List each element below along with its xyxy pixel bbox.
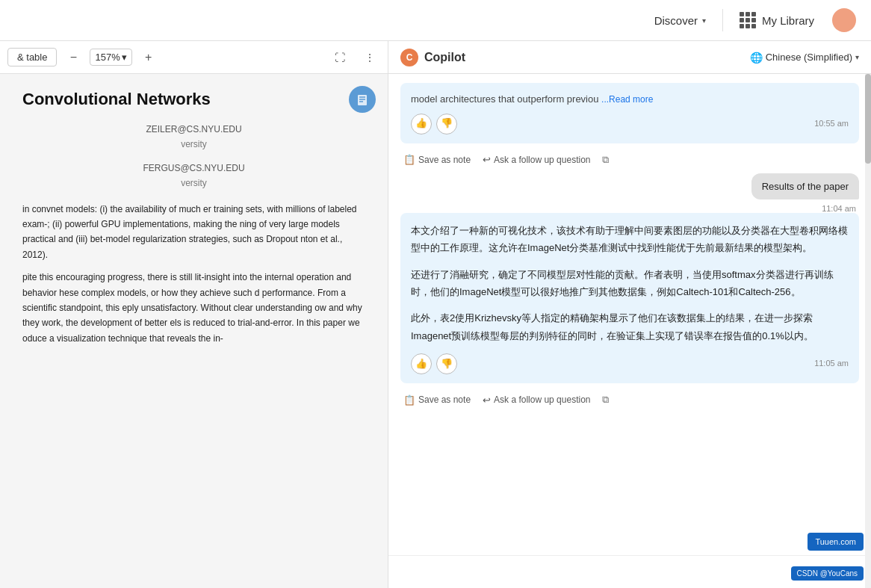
- pdf-paragraph-1: in convnet models: (i) the availability …: [22, 202, 365, 263]
- my-library-nav[interactable]: My Library: [731, 7, 823, 33]
- chat-messages[interactable]: model architectures that outperform prev…: [388, 74, 871, 555]
- ai-message-1: model architectures that outperform prev…: [400, 83, 859, 143]
- copilot-title-area: C Copilot: [400, 49, 465, 66]
- ai-chinese-para-2: 还进行了消融研究，确定了不同模型层对性能的贡献。作者表明，当使用softmax分…: [411, 266, 849, 301]
- reply-icon-2: ↩: [483, 394, 491, 406]
- feedback-buttons-2: 👍 👎: [411, 353, 457, 374]
- fullscreen-button[interactable]: ⛶: [329, 47, 350, 68]
- ai-message-1-timestamp: 10:55 am: [814, 117, 849, 131]
- copilot-title-label: Copilot: [424, 51, 465, 64]
- discover-nav[interactable]: Discover ▾: [645, 10, 715, 31]
- nav-divider: [722, 9, 723, 31]
- copilot-header: C Copilot 🌐 Chinese (Simplified) ▾: [388, 41, 871, 74]
- thumbs-up-button[interactable]: 👍: [411, 114, 432, 134]
- scroll-track: [865, 74, 871, 588]
- user-message: Results of the paper: [400, 173, 859, 199]
- ask-followup-button-1[interactable]: ↩ Ask a follow up question: [483, 154, 590, 165]
- meta-actions-1: 📋 Save as note ↩ Ask a follow up questio…: [400, 149, 859, 173]
- top-navigation: Discover ▾ My Library: [0, 0, 871, 41]
- thumbs-up-button-2[interactable]: 👍: [411, 353, 432, 374]
- avatar[interactable]: [832, 8, 856, 32]
- ai-chinese-para-3: 此外，表2使用Krizhevsky等人指定的精确架构显示了他们在该数据集上的结果…: [411, 309, 849, 344]
- discover-chevron-icon: ▾: [702, 16, 706, 25]
- ai-message-2-timestamp: 11:05 am: [814, 356, 849, 371]
- main-layout: & table − 157% ▾ + ⛶ ⋮ Convolutional Net…: [0, 41, 871, 588]
- csdn-watermark: CSDN @YouCans: [791, 566, 864, 581]
- scroll-thumb[interactable]: [865, 74, 871, 164]
- copilot-panel: C Copilot 🌐 Chinese (Simplified) ▾ model…: [388, 41, 871, 588]
- pdf-panel: & table − 157% ▾ + ⛶ ⋮ Convolutional Net…: [0, 41, 388, 588]
- save-icon-2: 📋: [403, 394, 415, 406]
- pdf-content: Convolutional Networks ZEILER@CS.NYU.EDU…: [0, 74, 388, 588]
- user-message-container: Results of the paper 11:04 am: [400, 173, 859, 213]
- svg-rect-0: [358, 95, 367, 105]
- save-as-note-button-2[interactable]: 📋 Save as note: [403, 394, 471, 406]
- more-options-button[interactable]: ⋮: [359, 47, 380, 68]
- feedback-buttons: 👍 👎: [411, 114, 457, 134]
- copy-button-2[interactable]: ⧉: [602, 394, 609, 406]
- zoom-level-display[interactable]: 157% ▾: [90, 49, 131, 66]
- ai-message-2: 本文介绍了一种新的可视化技术，该技术有助于理解中间要素图层的功能以及分类器在大型…: [400, 213, 859, 383]
- note-icon[interactable]: [349, 86, 376, 113]
- reply-icon: ↩: [483, 154, 491, 165]
- user-message-bubble: Results of the paper: [751, 173, 859, 199]
- language-selector[interactable]: 🌐 Chinese (Simplified) ▾: [750, 52, 859, 64]
- ask-followup-button-2[interactable]: ↩ Ask a follow up question: [483, 394, 590, 406]
- paper-title: Convolutional Networks: [22, 89, 365, 111]
- tution-watermark: Tuuen.com: [808, 533, 864, 551]
- user-message-timestamp: 11:04 am: [400, 204, 859, 213]
- pdf-tab[interactable]: & table: [7, 48, 57, 66]
- ai-message-1-actions: 👍 👎 10:55 am: [411, 114, 849, 134]
- pdf-body: in convnet models: (i) the availability …: [22, 202, 365, 347]
- copy-button-1[interactable]: ⧉: [602, 154, 609, 166]
- thumbs-down-button-2[interactable]: 👎: [436, 353, 457, 374]
- affiliation1: versity: [22, 139, 365, 149]
- zoom-chevron-icon: ▾: [122, 52, 127, 63]
- pdf-paragraph-2: pite this encouraging progress, there is…: [22, 270, 365, 346]
- affiliation2: versity: [22, 178, 365, 188]
- ai-message-1-preview: model architectures that outperform prev…: [411, 92, 849, 108]
- ai-chinese-para-1: 本文介绍了一种新的可视化技术，该技术有助于理解中间要素图层的功能以及分类器在大型…: [411, 222, 849, 257]
- language-chevron-icon: ▾: [855, 53, 859, 61]
- copilot-logo-icon: C: [400, 49, 418, 66]
- pdf-toolbar: & table − 157% ▾ + ⛶ ⋮: [0, 41, 388, 74]
- globe-icon: 🌐: [750, 52, 763, 64]
- meta-actions-2: 📋 Save as note ↩ Ask a follow up questio…: [400, 389, 859, 413]
- library-grid-icon: [740, 12, 756, 28]
- discover-label: Discover: [654, 14, 698, 27]
- language-label: Chinese (Simplified): [766, 52, 852, 63]
- my-library-label: My Library: [762, 14, 814, 27]
- zoom-out-button[interactable]: −: [63, 47, 84, 68]
- ai-message-2-actions: 👍 👎 11:05 am: [411, 353, 849, 374]
- read-more-link[interactable]: ...Read more: [601, 94, 653, 105]
- author2: FERGUS@CS.NYU.EDU: [22, 163, 365, 173]
- author1: ZEILER@CS.NYU.EDU: [22, 124, 365, 134]
- thumbs-down-button[interactable]: 👎: [436, 114, 457, 134]
- save-as-note-button-1[interactable]: 📋 Save as note: [403, 154, 471, 165]
- zoom-in-button[interactable]: +: [138, 47, 159, 68]
- save-icon: 📋: [403, 154, 415, 165]
